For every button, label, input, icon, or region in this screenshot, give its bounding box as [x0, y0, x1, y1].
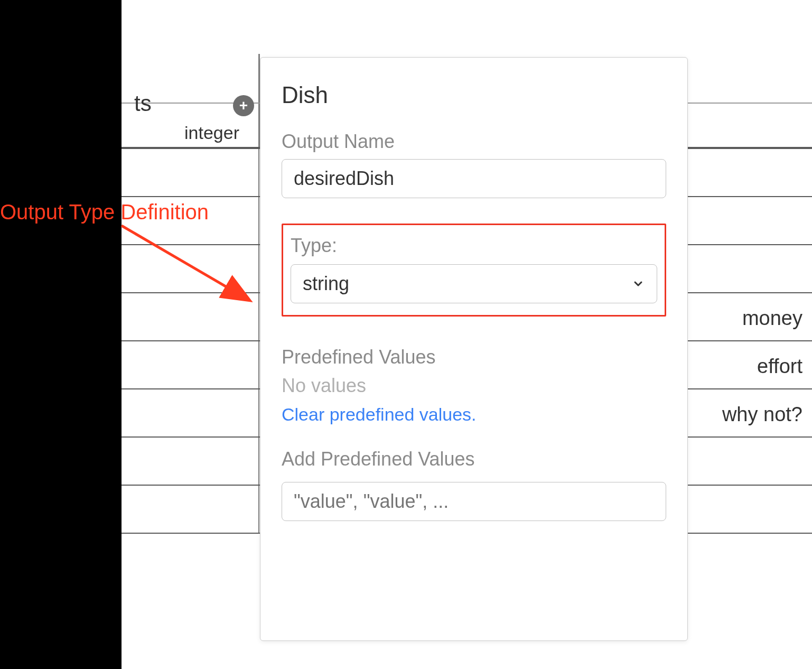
- add-predefined-input[interactable]: [282, 482, 666, 521]
- type-label: Type:: [291, 235, 657, 257]
- panel-title: Dish: [282, 82, 666, 108]
- predefined-empty-text: No values: [282, 375, 666, 397]
- column-divider: [258, 197, 259, 244]
- column-divider: [258, 341, 259, 388]
- output-name-label: Output Name: [282, 131, 666, 153]
- cell-value: effort: [757, 355, 802, 378]
- cell-value: money: [742, 307, 802, 330]
- type-select[interactable]: [291, 264, 657, 303]
- cell-value: why not?: [722, 403, 802, 426]
- column-divider: [258, 149, 259, 196]
- add-predefined-label: Add Predefined Values: [282, 448, 666, 470]
- column-type-label: integer: [184, 123, 239, 143]
- column-divider: [258, 389, 259, 436]
- column-divider: [258, 438, 259, 485]
- column-divider: [258, 293, 259, 340]
- type-select-wrap: [291, 264, 657, 303]
- left-black-strip: [0, 0, 122, 669]
- add-predefined-section: Add Predefined Values: [282, 448, 666, 521]
- predefined-values-label: Predefined Values: [282, 346, 666, 368]
- predefined-values-section: Predefined Values No values Clear predef…: [282, 346, 666, 425]
- column-divider: [258, 245, 259, 292]
- clear-predefined-link[interactable]: Clear predefined values.: [282, 404, 477, 425]
- output-name-input[interactable]: [282, 159, 666, 198]
- type-section-highlighted: Type:: [282, 224, 666, 317]
- column-divider: [258, 486, 259, 533]
- output-config-panel: Dish Output Name Type: Predefined Values…: [260, 57, 688, 641]
